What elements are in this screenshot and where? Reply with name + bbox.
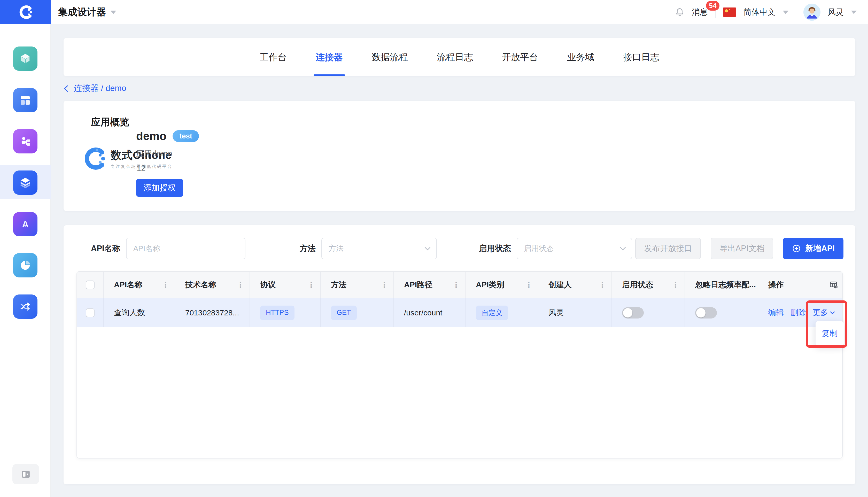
cube-icon xyxy=(18,52,32,65)
col-header-protocol: 协议⋮ xyxy=(250,272,321,298)
cell-protocol: HTTPS xyxy=(250,298,321,327)
sidebar-item-workflow-designer[interactable] xyxy=(13,129,38,154)
toggle-knob xyxy=(696,308,706,317)
col-header-label: API路径 xyxy=(404,280,432,290)
username: 风灵 xyxy=(828,7,844,17)
sidebar-item-data-flow[interactable] xyxy=(13,295,38,319)
avatar-person-icon xyxy=(803,4,821,21)
toggle-knob xyxy=(623,308,632,317)
col-header-enabled: 启用状态⋮ xyxy=(612,272,685,298)
tab-connector[interactable]: 连接器 xyxy=(316,38,343,76)
row-checkbox[interactable] xyxy=(86,309,95,317)
designer-sidebar: A xyxy=(0,24,51,497)
column-menu-icon[interactable]: ⋮ xyxy=(756,280,758,289)
select-all-checkbox[interactable] xyxy=(86,281,95,289)
col-header-label: 操作 xyxy=(768,280,784,290)
user-avatar[interactable] xyxy=(803,4,821,21)
col-header-label: 创建人 xyxy=(549,280,572,290)
col-header-ignore-log: 忽略日志频率配...⋮ xyxy=(685,272,758,298)
edit-link[interactable]: 编辑 xyxy=(768,308,784,318)
cell-api-name: 查询人数 xyxy=(103,298,175,327)
user-menu[interactable]: 风灵 xyxy=(828,7,844,17)
column-menu-icon[interactable]: ⋮ xyxy=(670,280,681,289)
oinone-logo-icon xyxy=(83,147,106,170)
column-menu-icon[interactable]: ⋮ xyxy=(235,280,246,289)
sidebar-item-model-designer[interactable] xyxy=(13,46,38,71)
tab-label: 流程日志 xyxy=(437,51,473,63)
filter-api-name: API名称 xyxy=(91,238,245,259)
designer-tabs-bar: 工作台 连接器 数据流程 流程日志 开放平台 业务域 接口日志 xyxy=(63,38,855,76)
oinone-logo-icon xyxy=(18,5,33,19)
china-flag-icon xyxy=(723,8,736,17)
method-select[interactable]: 方法 xyxy=(322,238,437,259)
protocol-tag: HTTPS xyxy=(260,306,295,320)
sidebar-item-data-visualization[interactable] xyxy=(13,253,38,278)
col-header-method: 方法⋮ xyxy=(321,272,394,298)
chevron-down-icon xyxy=(425,245,431,251)
sidebar-item-integration-designer[interactable] xyxy=(13,170,38,195)
api-name-filter-label: API名称 xyxy=(91,243,120,254)
app-count: 12 xyxy=(137,164,145,173)
tab-data-flow[interactable]: 数据流程 xyxy=(372,38,408,76)
cell-api-category: 自定义 xyxy=(466,298,538,327)
app-switcher[interactable]: 集成设计器 xyxy=(58,0,116,24)
tab-flow-logs[interactable]: 流程日志 xyxy=(437,38,473,76)
column-settings-icon[interactable] xyxy=(829,280,838,289)
app-name: demo xyxy=(136,130,166,143)
column-menu-icon[interactable]: ⋮ xyxy=(160,280,171,289)
col-header-api-name: API名称⋮ xyxy=(103,272,175,298)
language-label: 简体中文 xyxy=(743,7,775,17)
export-api-doc-button[interactable]: 导出API文档 xyxy=(711,238,773,259)
bell-icon[interactable] xyxy=(675,7,685,17)
more-link[interactable]: 更多 xyxy=(813,308,834,318)
sidebar-collapse-button[interactable] xyxy=(12,464,39,484)
pie-chart-icon xyxy=(18,259,32,272)
tab-workbench[interactable]: 工作台 xyxy=(260,38,287,76)
breadcrumb-text: 连接器 / demo xyxy=(74,83,126,94)
app-logo[interactable] xyxy=(0,0,51,24)
cell-api-path: /user/count xyxy=(394,298,466,327)
method-tag: GET xyxy=(331,306,357,320)
messages-menu[interactable]: 消息 54 xyxy=(692,7,708,17)
tab-api-logs[interactable]: 接口日志 xyxy=(623,38,659,76)
breadcrumb[interactable]: 连接器 / demo xyxy=(65,83,126,94)
tab-label: 数据流程 xyxy=(372,51,408,63)
add-authorization-button[interactable]: 添加授权 xyxy=(136,179,183,197)
col-header-label: 启用状态 xyxy=(622,280,653,290)
column-menu-icon[interactable]: ⋮ xyxy=(597,280,608,289)
column-menu-icon[interactable]: ⋮ xyxy=(379,280,390,289)
filter-method: 方法 方法 xyxy=(300,238,437,259)
more-label: 更多 xyxy=(813,308,828,318)
language-caret-icon xyxy=(783,11,788,14)
sidebar-item-ui-designer[interactable] xyxy=(13,88,38,112)
add-api-button[interactable]: 新增API xyxy=(783,238,843,259)
status-select[interactable]: 启用状态 xyxy=(517,238,632,259)
delete-link[interactable]: 删除 xyxy=(791,308,806,318)
api-name-input[interactable] xyxy=(126,238,245,259)
status-select-placeholder: 启用状态 xyxy=(524,243,554,254)
tab-business-domain[interactable]: 业务域 xyxy=(567,38,594,76)
copy-menu-item[interactable]: 复制 xyxy=(822,328,838,339)
status-filter-label: 启用状态 xyxy=(479,243,511,254)
back-chevron-icon xyxy=(64,85,71,92)
sidebar-item-ai-designer[interactable]: A xyxy=(13,212,38,236)
category-tag: 自定义 xyxy=(476,306,508,320)
column-menu-icon[interactable]: ⋮ xyxy=(306,280,317,289)
layout-icon xyxy=(18,94,32,107)
col-header-api-category: API类别⋮ xyxy=(466,272,538,298)
more-dropdown-menu: 复制 xyxy=(815,321,844,346)
layers-icon xyxy=(18,176,32,189)
enabled-toggle[interactable] xyxy=(622,307,644,318)
table-row[interactable]: 查询人数 70130283728... HTTPS GET /user/coun… xyxy=(77,298,842,327)
cell-ignore-log xyxy=(685,298,758,327)
language-selector[interactable]: 简体中文 xyxy=(743,7,775,17)
ignore-log-toggle[interactable] xyxy=(695,307,717,318)
tab-label: 接口日志 xyxy=(623,51,659,63)
column-menu-icon[interactable]: ⋮ xyxy=(451,280,461,289)
plus-circle-icon xyxy=(792,244,801,253)
tab-open-platform[interactable]: 开放平台 xyxy=(502,38,538,76)
publish-open-api-button[interactable]: 发布开放接口 xyxy=(635,238,701,259)
column-menu-icon[interactable]: ⋮ xyxy=(523,280,534,289)
env-badge: test xyxy=(173,130,199,142)
table-header-row: API名称⋮ 技术名称⋮ 协议⋮ 方法⋮ API路径⋮ API类别⋮ 创建人⋮ … xyxy=(77,272,842,298)
